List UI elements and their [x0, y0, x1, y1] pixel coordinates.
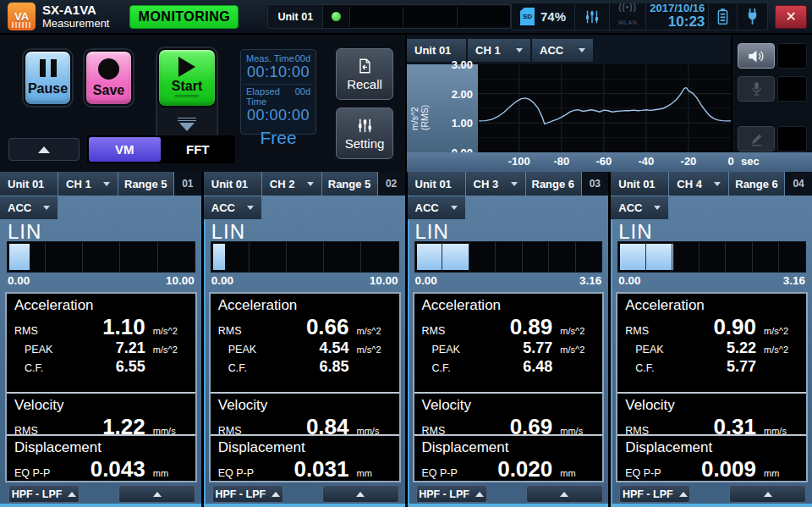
- channel-unit-label: Unit 01: [0, 172, 58, 196]
- level-bar-meter: [617, 241, 806, 273]
- hpf-lpf-button[interactable]: HPF - LPF: [416, 485, 487, 503]
- scale-mode-label: LIN: [211, 220, 245, 244]
- signal-type-select[interactable]: ACC: [408, 196, 465, 219]
- setting-button[interactable]: Setting: [336, 107, 393, 159]
- save-button[interactable]: Save: [85, 50, 133, 106]
- drawer-grip-icon: [178, 118, 196, 121]
- memo-display: [777, 126, 807, 152]
- panel-accent-strip: [408, 504, 609, 507]
- bar-scale: 0.00 3.16: [415, 274, 602, 287]
- displacement-unit: mm: [145, 468, 188, 478]
- recall-button[interactable]: Recall: [336, 48, 393, 100]
- range-select[interactable]: Range 6: [526, 172, 581, 196]
- meas-time-days: 00d: [295, 53, 310, 63]
- panel-expand-button[interactable]: [322, 485, 399, 503]
- hpf-lpf-button[interactable]: HPF - LPF: [8, 485, 80, 503]
- acceleration-section: Acceleration RMS 0.66 m/s^2 PEAK 4.54 m/…: [211, 294, 399, 392]
- rms-label: RMS: [625, 325, 678, 337]
- panel-expand-button[interactable]: [118, 485, 195, 503]
- chevron-up-icon: [272, 492, 280, 497]
- panel-expand-button[interactable]: [729, 485, 806, 503]
- rms-label: RMS: [218, 325, 271, 337]
- acceleration-rms-unit: m/s^2: [552, 326, 595, 336]
- start-button[interactable]: Start: [157, 48, 217, 107]
- bar-max-label: 10.00: [166, 274, 195, 287]
- setting-label: Setting: [345, 136, 385, 151]
- level-bar-fill: [9, 244, 30, 270]
- close-button[interactable]: ✕: [775, 5, 807, 29]
- pause-button[interactable]: Pause: [24, 50, 72, 106]
- channel-unit-label: Unit 01: [408, 172, 465, 196]
- acceleration-title: Acceleration: [422, 297, 595, 314]
- audio-monitor-panel: [731, 35, 812, 152]
- displacement-unit: mm: [349, 468, 392, 478]
- grip-lines-decoration: [175, 95, 199, 99]
- play-icon: [178, 57, 195, 77]
- chevron-up-icon: [68, 492, 76, 497]
- memo-pen-button[interactable]: [738, 126, 775, 152]
- chevron-down-icon: [103, 182, 110, 186]
- chevron-up-icon: [356, 492, 365, 497]
- acceleration-title: Acceleration: [14, 297, 188, 314]
- displacement-value: 0.031: [271, 458, 349, 481]
- panel-expand-button[interactable]: [526, 485, 603, 503]
- hpf-lpf-button[interactable]: HPF - LPF: [619, 485, 690, 503]
- channel-select[interactable]: CH 4: [669, 172, 728, 196]
- tab-vm[interactable]: VM: [89, 137, 161, 162]
- acceleration-rms-value: 0.89: [475, 316, 553, 339]
- pen-icon: [749, 131, 765, 147]
- collapse-panel-button[interactable]: [8, 138, 80, 161]
- channel-number-badge: 03: [582, 172, 609, 196]
- unit-status-empty-slot: [457, 7, 510, 26]
- microphone-icon: [750, 80, 763, 97]
- acceleration-peak-unit: m/s^2: [145, 344, 188, 355]
- unit-status-empty-slot: [349, 7, 403, 26]
- channel-header: Unit 01 CH 4 Range 6 04: [611, 172, 812, 196]
- range-select[interactable]: Range 5: [118, 172, 173, 196]
- mixer-status[interactable]: [574, 3, 609, 30]
- wlan-label: WLAN: [618, 19, 637, 25]
- monitoring-status-button[interactable]: MONITORING: [129, 5, 239, 29]
- chart-channel-select[interactable]: CH 1: [468, 39, 530, 62]
- system-tray: SD 74% ((•)) WLAN 2017/10/16 10:23: [511, 3, 768, 30]
- hpf-lpf-button[interactable]: HPF - LPF: [212, 485, 283, 503]
- panel-accent-strip: [204, 504, 405, 507]
- speaker-button[interactable]: [738, 43, 775, 69]
- sd-card-percent: 74%: [540, 9, 566, 24]
- unit-status-label: Unit 01: [277, 11, 313, 23]
- app-title: SX-A1VA Measurement: [42, 3, 109, 30]
- channel-header: Unit 01 CH 3 Range 6 03: [408, 172, 609, 196]
- chart-x-axis-unit: sec: [741, 155, 760, 168]
- scale-mode-label: LIN: [415, 220, 449, 244]
- speaker-icon: [747, 49, 765, 63]
- channel-select[interactable]: CH 3: [466, 172, 525, 196]
- peak-label: PEAK: [218, 344, 271, 355]
- chart-signal-select[interactable]: ACC: [532, 39, 593, 62]
- time-settings-panel[interactable]: Meas. Time 00d 00:10:00 Elapsed Time 00d…: [240, 49, 316, 135]
- range-select[interactable]: Range 5: [322, 172, 377, 196]
- signal-type-select[interactable]: ACC: [611, 196, 668, 219]
- crest-factor-value: 6.55: [67, 358, 145, 376]
- sd-card-icon: SD: [520, 8, 535, 25]
- channel-select[interactable]: CH 1: [58, 172, 118, 196]
- microphone-level-display: [777, 76, 807, 102]
- channel-number-badge: 02: [378, 172, 405, 196]
- scale-mode-label: LIN: [8, 220, 41, 244]
- microphone-button[interactable]: [738, 76, 775, 102]
- acceleration-section: Acceleration RMS 0.89 m/s^2 PEAK 5.77 m/…: [414, 294, 603, 392]
- level-bar-fill: [417, 244, 469, 270]
- signal-type-select[interactable]: ACC: [204, 196, 261, 219]
- measurement-values-box: Acceleration RMS 0.89 m/s^2 PEAK 5.77 m/…: [413, 292, 605, 482]
- crest-factor-value: 6.85: [271, 358, 349, 376]
- signal-type-select[interactable]: ACC: [0, 196, 58, 219]
- y-tick-label: 3.00: [452, 58, 473, 71]
- acceleration-rms-unit: m/s^2: [756, 326, 798, 336]
- channel-select[interactable]: CH 2: [262, 172, 321, 196]
- range-select[interactable]: Range 6: [729, 172, 784, 196]
- displacement-title: Displacement: [218, 439, 392, 456]
- bar-min-label: 0.00: [415, 274, 437, 287]
- rms-label: RMS: [422, 325, 475, 337]
- level-bar-fill: [620, 244, 673, 270]
- divider: [244, 84, 313, 85]
- tab-fft[interactable]: FFT: [162, 137, 234, 162]
